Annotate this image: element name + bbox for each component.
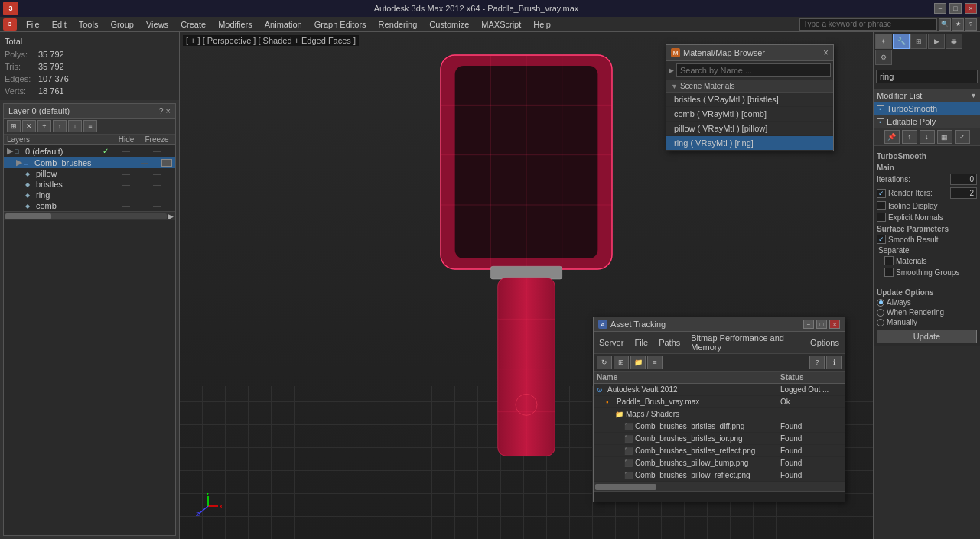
menu-group[interactable]: Group: [104, 17, 140, 31]
modifier-editable-poly[interactable]: ▪ Editable Poly: [874, 115, 980, 128]
smooth-result-checkbox[interactable]: [877, 235, 886, 244]
nav-move-down[interactable]: ↓: [920, 130, 935, 144]
mat-item-ring[interactable]: ring ( VRayMtl ) [ring]: [666, 136, 833, 151]
hierarchy-icon[interactable]: ⊞: [910, 34, 927, 49]
layer-tool-4[interactable]: ↑: [53, 120, 67, 132]
menu-maxscript[interactable]: MAXScript: [475, 17, 527, 31]
asset-scrollbar-thumb[interactable]: [595, 484, 656, 490]
asset-row-pillow-reflect[interactable]: ⬛ Comb_brushes_pillow_reflect.png Found: [594, 469, 845, 482]
manually-radio[interactable]: [877, 319, 884, 326]
asset-close-button[interactable]: ×: [829, 320, 840, 329]
materials-checkbox[interactable]: [884, 256, 894, 265]
maximize-button[interactable]: □: [949, 3, 962, 14]
layer-item-comb-brushes[interactable]: ▶ □ Comb_brushes —: [4, 157, 175, 168]
asset-row-bristles-reflect[interactable]: ⬛ Comb_brushes_bristles_reflect.png Foun…: [594, 445, 845, 457]
asset-row-maxfile[interactable]: ▪ Paddle_Brush_vray.max Ok: [594, 396, 845, 408]
motion-icon[interactable]: ▶: [928, 34, 945, 49]
update-options: Update Options Always When Rendering Man…: [874, 282, 980, 346]
mat-item-comb[interactable]: comb ( VRayMtl ) [comb]: [666, 107, 833, 122]
asset-tool-help[interactable]: ?: [809, 356, 825, 369]
editablepoly-checkbox[interactable]: ▪: [877, 118, 884, 125]
layer-item-ring[interactable]: ◆ ring — —: [4, 190, 175, 200]
minimize-button[interactable]: −: [934, 3, 946, 14]
mat-section-header[interactable]: ▼ Scene Materials: [666, 80, 833, 93]
asset-row-vault[interactable]: ⊙ Autodesk Vault 2012 Logged Out ...: [594, 384, 845, 396]
nav-active[interactable]: ✓: [955, 130, 970, 144]
asset-maximize-button[interactable]: □: [816, 320, 827, 329]
isoline-checkbox[interactable]: [877, 201, 886, 210]
modify-icon[interactable]: 🔧: [893, 34, 910, 49]
layer-tool-2[interactable]: ✕: [22, 120, 36, 132]
asset-tool-4[interactable]: ≡: [647, 356, 663, 369]
layer-tool-5[interactable]: ↓: [68, 120, 82, 132]
asset-menu-file[interactable]: File: [632, 337, 650, 348]
layer-name-bristles: bristles: [36, 180, 111, 189]
layer-help-button[interactable]: ?: [158, 106, 163, 115]
layer-close-button[interactable]: ×: [166, 106, 171, 115]
nav-pin[interactable]: 📌: [884, 130, 900, 144]
menu-animation[interactable]: Animation: [259, 17, 308, 31]
asset-menu-server[interactable]: Server: [597, 337, 626, 348]
layer-item-default[interactable]: ▶ □ 0 (default) ✓ — —: [4, 145, 175, 157]
menu-tools[interactable]: Tools: [73, 17, 105, 31]
search-button[interactable]: 🔍: [939, 18, 951, 31]
iterations-input[interactable]: [950, 174, 977, 185]
close-button[interactable]: ×: [965, 3, 977, 14]
layer-tool-6[interactable]: ≡: [83, 120, 97, 132]
asset-tool-info[interactable]: ℹ: [826, 356, 842, 369]
menu-edit[interactable]: Edit: [46, 17, 73, 31]
mat-item-bristles[interactable]: bristles ( VRayMtl ) [bristles]: [666, 93, 833, 107]
layer-item-pillow[interactable]: ◆ pillow — —: [4, 168, 175, 179]
asset-minimize-button[interactable]: −: [803, 320, 814, 329]
help-button[interactable]: ?: [965, 18, 977, 31]
layer-tool-1[interactable]: ⊞: [7, 120, 21, 132]
always-radio[interactable]: [877, 299, 884, 307]
menu-file[interactable]: File: [20, 17, 46, 31]
keyword-search-input[interactable]: [799, 18, 937, 31]
menu-customize[interactable]: Customize: [423, 17, 475, 31]
layer-scroll-right[interactable]: ▶: [168, 213, 174, 220]
material-map-browser: M Material/Map Browser × ▶ ▼ Scene Mater…: [666, 44, 834, 151]
nav-move-up[interactable]: ↑: [902, 130, 917, 144]
render-iters-input[interactable]: [950, 187, 977, 199]
smoothing-groups-checkbox[interactable]: [884, 268, 894, 277]
bristles-reflect-icon: ⬛: [624, 447, 633, 455]
asset-menu-paths[interactable]: Paths: [656, 337, 682, 348]
asset-row-bristles-ior[interactable]: ⬛ Comb_brushes_bristles_ior.png Found: [594, 433, 845, 445]
mat-search-input[interactable]: [676, 63, 831, 77]
layer-scrollbar[interactable]: ▶: [4, 211, 175, 220]
asset-tool-2[interactable]: ⊞: [614, 356, 629, 369]
asset-horizontal-scrollbar[interactable]: [594, 482, 845, 491]
modifier-turbosmooth[interactable]: ▪ TurboSmooth: [874, 102, 980, 115]
right-search-input[interactable]: [876, 70, 978, 83]
asset-tool-1[interactable]: ↻: [597, 356, 612, 369]
menu-graph-editors[interactable]: Graph Editors: [308, 17, 373, 31]
asset-tool-3[interactable]: 📁: [630, 356, 646, 369]
asset-row-bristles-diff[interactable]: ⬛ Comb_brushes_bristles_diff.png Found: [594, 420, 845, 433]
bookmark-button[interactable]: ★: [952, 18, 964, 31]
asset-row-pillow-bump[interactable]: ⬛ Comb_brushes_pillow_bump.png Found: [594, 457, 845, 469]
update-button[interactable]: Update: [877, 330, 977, 343]
explicit-normals-checkbox[interactable]: [877, 213, 886, 222]
turbosmooth-checkbox[interactable]: ▪: [877, 105, 884, 112]
asset-row-maps-folder[interactable]: 📁 Maps / Shaders: [594, 408, 845, 420]
when-rendering-radio[interactable]: [877, 309, 884, 317]
mat-browser-close[interactable]: ×: [823, 47, 829, 58]
create-icon[interactable]: ✦: [875, 34, 892, 49]
render-iters-checkbox[interactable]: [877, 189, 886, 198]
utilities-icon[interactable]: ⚙: [875, 50, 892, 65]
display-icon[interactable]: ◉: [946, 34, 962, 49]
layer-tool-3[interactable]: +: [37, 120, 51, 132]
menu-views[interactable]: Views: [140, 17, 174, 31]
layer-item-bristles[interactable]: ◆ bristles — —: [4, 179, 175, 190]
nav-show-result[interactable]: ▦: [937, 130, 952, 144]
menu-modifiers[interactable]: Modifiers: [212, 17, 259, 31]
menu-help[interactable]: Help: [527, 17, 557, 31]
asset-menu-options[interactable]: Options: [808, 337, 842, 348]
menu-create[interactable]: Create: [174, 17, 212, 31]
asset-menu-bitmap-perf[interactable]: Bitmap Performance and Memory: [689, 333, 802, 352]
modifier-list-dropdown[interactable]: ▼: [970, 92, 977, 99]
mat-item-pillow[interactable]: pillow ( VRayMtl ) [pillow]: [666, 122, 833, 136]
menu-rendering[interactable]: Rendering: [373, 17, 424, 31]
layer-item-comb[interactable]: ◆ comb — —: [4, 200, 175, 211]
